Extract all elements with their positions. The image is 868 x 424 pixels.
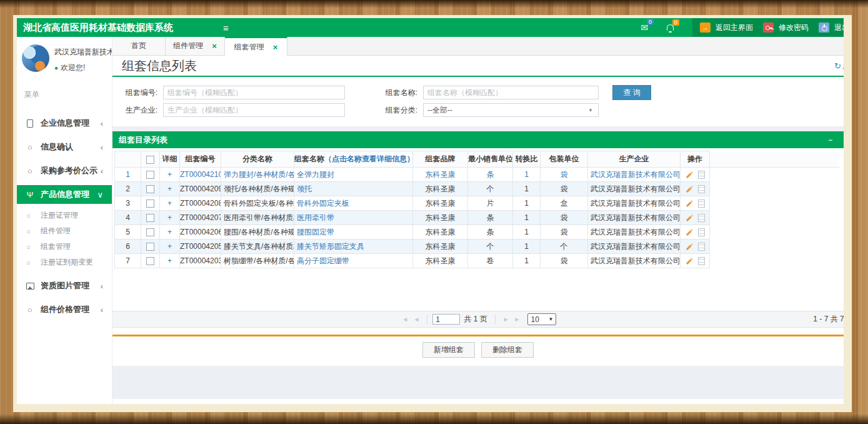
page-title: 组套信息列表 <box>122 58 197 74</box>
set-code-label: 组套编号: <box>112 88 157 98</box>
first-page-icon[interactable]: ◄ <box>402 316 409 323</box>
tab-label: 组件管理 <box>173 41 203 51</box>
table-row[interactable]: 2 + ZT00004209 颈托/各种材质/各种规格 颈托 东科圣康 个 1 … <box>115 182 840 196</box>
row-checkbox[interactable] <box>146 228 154 236</box>
row-checkbox[interactable] <box>146 199 154 208</box>
next-page-icon[interactable]: ► <box>503 316 509 323</box>
tab-component-mgmt[interactable]: 组件管理 × <box>166 37 225 55</box>
col-pack: 包装单位 <box>541 151 588 168</box>
table-row[interactable]: 7 + ZT00004203 树脂绷带/各种材质/各种规格 高分子固定绷带 东科… <box>115 254 840 268</box>
set-name-link[interactable]: 医用牵引带 <box>297 213 334 222</box>
col-row-number <box>115 151 141 168</box>
view-doc-icon[interactable] <box>698 257 705 265</box>
messages-button[interactable]: ✉ 0 <box>641 23 648 33</box>
set-name-link[interactable]: 颈托 <box>297 184 312 193</box>
manufacturer-input[interactable] <box>163 103 345 117</box>
row-checkbox[interactable] <box>146 257 154 265</box>
edit-icon[interactable] <box>686 257 692 264</box>
close-icon[interactable]: × <box>273 43 278 52</box>
set-name-link[interactable]: 骨科外固定夹板 <box>297 199 349 208</box>
query-button[interactable]: 查 询 <box>612 85 651 100</box>
sidebar-item-enterprise-info[interactable]: 企业信息管理 ‹ <box>17 114 112 133</box>
refresh-button[interactable]: ↻刷新 <box>834 61 852 72</box>
logout-button[interactable]: 退出 <box>819 23 849 33</box>
return-main-button[interactable]: → 返回主界面 <box>700 23 753 33</box>
sidebar-item-component-price[interactable]: ○ 组件价格管理 ‹ <box>17 300 112 319</box>
table-row[interactable]: 6 + ZT00004205 膝关节支具/各种材质/各种规格 膝关节矫形固定支具… <box>115 240 840 254</box>
row-checkbox[interactable] <box>146 185 154 193</box>
delete-set-button[interactable]: 删除组套 <box>481 342 534 358</box>
expand-icon[interactable]: + <box>167 199 172 208</box>
expand-icon[interactable]: + <box>167 184 172 193</box>
dropdown-caret-icon: ▼ <box>549 316 554 322</box>
tab-set-mgmt[interactable]: 组套管理 × <box>225 37 287 56</box>
view-doc-icon[interactable] <box>698 228 705 236</box>
manufacturer-label: 生产企业: <box>112 105 157 116</box>
category-select[interactable]: --全部-- ▼ <box>423 103 599 117</box>
tab-bar: 首页 组件管理 × 组套管理 × <box>112 37 844 56</box>
sidebar-item-info-confirm[interactable]: ○ 信息确认 ‹ <box>17 138 112 156</box>
expand-icon[interactable]: + <box>167 242 172 251</box>
set-name-link[interactable]: 腰围固定带 <box>297 228 334 236</box>
avatar <box>22 44 49 72</box>
logout-label: 退出 <box>834 23 849 33</box>
view-doc-icon[interactable] <box>698 214 705 222</box>
change-password-label: 修改密码 <box>779 23 809 33</box>
hamburger-icon[interactable]: ≡ <box>223 23 229 33</box>
sidebar-item-product-info[interactable]: Ψ 产品信息管理 ∨ <box>17 185 112 204</box>
close-icon[interactable]: × <box>212 41 217 51</box>
expand-icon[interactable]: + <box>167 213 172 222</box>
last-page-icon[interactable]: ► <box>514 316 521 323</box>
edit-icon[interactable] <box>686 199 692 206</box>
chevron-left-icon: ‹ <box>101 166 103 176</box>
sidebar-subitem-set-mgmt[interactable]: ○ 组套管理 <box>17 239 112 255</box>
collapse-icon[interactable]: − <box>828 136 832 144</box>
view-doc-icon[interactable] <box>698 171 705 179</box>
page-size-select[interactable]: 10 ▼ <box>527 313 556 325</box>
expand-icon[interactable]: + <box>167 256 172 265</box>
edit-icon[interactable] <box>686 171 692 178</box>
set-name-label: 组套名称: <box>372 88 417 98</box>
table-row[interactable]: 1 + ZT00004210 弹力腰封/各种材质/各种规格 全弹力腰封 东科圣康… <box>115 168 840 182</box>
page-number-input[interactable] <box>432 314 460 325</box>
panel-title: 组套目录列表 <box>119 134 167 146</box>
change-password-button[interactable]: 修改密码 <box>763 23 809 33</box>
edit-icon[interactable] <box>686 243 692 250</box>
add-set-button[interactable]: 新增组套 <box>422 342 475 358</box>
table-row[interactable]: 3 + ZT00004208 骨科外固定夹板/各种材质/各种规格 骨科外固定夹板… <box>115 196 840 211</box>
row-checkbox[interactable] <box>146 214 154 222</box>
set-code-input[interactable] <box>163 86 345 99</box>
set-name-input[interactable] <box>423 86 599 99</box>
edit-icon[interactable] <box>686 214 692 221</box>
notifications-button[interactable]: 0 <box>667 23 674 32</box>
view-doc-icon[interactable] <box>698 185 705 193</box>
sidebar-subitem-component-mgmt[interactable]: ○ 组件管理 <box>17 223 112 239</box>
table-row[interactable]: 5 + ZT00004206 腰围/各种材质/各种规格 腰围固定带 东科圣康 条… <box>115 225 840 240</box>
chevron-left-icon: ‹ <box>101 143 103 152</box>
tab-home[interactable]: 首页 <box>112 37 166 55</box>
sidebar-subitem-cert-expiry[interactable]: ○ 注册证到期变更 <box>17 255 112 270</box>
edit-icon[interactable] <box>686 228 692 235</box>
set-name-link[interactable]: 全弹力腰封 <box>297 170 334 179</box>
row-checkbox[interactable] <box>146 243 154 251</box>
view-doc-icon[interactable] <box>698 199 705 208</box>
set-name-link[interactable]: 高分子固定绷带 <box>297 256 349 265</box>
action-button-row: 新增组套 删除组套 <box>112 336 844 366</box>
edit-icon[interactable] <box>686 185 692 192</box>
row-checkbox[interactable] <box>146 171 154 179</box>
sidebar-item-qualification-images[interactable]: 资质图片管理 ‹ <box>17 276 112 295</box>
table-row[interactable]: 4 + ZT00004207 医用牵引带/各种材质/各种规格 医用牵引带 东科圣… <box>115 211 840 225</box>
sidebar-subitem-registration-cert[interactable]: ○ 注册证管理 <box>17 208 112 223</box>
sidebar-item-purchase-price[interactable]: ○ 采购参考价公示 ‹ <box>17 161 112 180</box>
expand-icon[interactable]: + <box>167 170 172 179</box>
col-filler <box>710 151 840 168</box>
view-doc-icon[interactable] <box>698 243 705 251</box>
file-icon <box>25 119 35 128</box>
expand-icon[interactable]: + <box>167 228 172 236</box>
select-all-checkbox[interactable] <box>146 156 154 164</box>
welcome-text: 欢迎您! <box>61 63 85 73</box>
set-name-link[interactable]: 膝关节矫形固定支具 <box>297 242 364 251</box>
circle-icon: ○ <box>26 243 35 251</box>
prev-page-icon[interactable]: ◄ <box>413 316 419 323</box>
tab-label: 组套管理 <box>234 42 264 53</box>
